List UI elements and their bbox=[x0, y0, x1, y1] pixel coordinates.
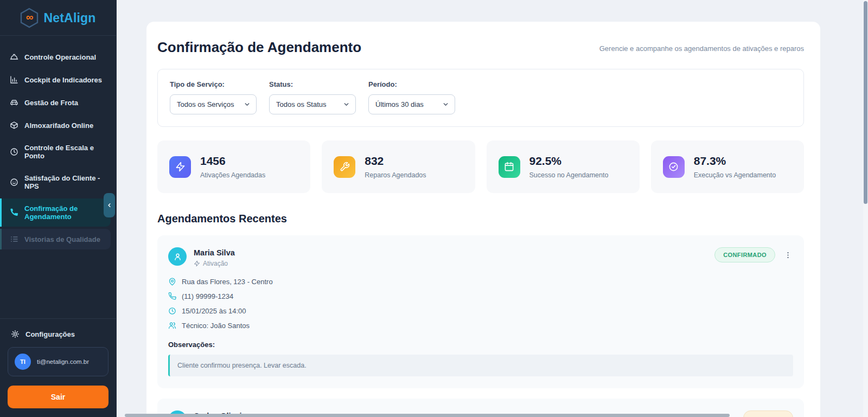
logo-text: NetAlign bbox=[43, 11, 95, 25]
bar-chart-icon bbox=[10, 75, 18, 84]
phone-row: (11) 99999-1234 bbox=[168, 292, 793, 300]
chevron-down-icon bbox=[343, 101, 350, 108]
appointment-actions bbox=[743, 410, 793, 417]
users-icon bbox=[168, 322, 176, 330]
address-text: Rua das Flores, 123 - Centro bbox=[182, 278, 273, 286]
sidebar-item-label: Gestão de Frota bbox=[24, 99, 78, 107]
wrench-icon bbox=[334, 156, 355, 178]
filter-label: Tipo de Serviço: bbox=[170, 80, 257, 88]
stat-card-reparos: 832 Reparos Agendados bbox=[322, 140, 475, 193]
page-header: Confirmação de Agendamento Gerencie e ac… bbox=[157, 39, 804, 56]
appointment-actions: CONFIRMADO bbox=[714, 247, 793, 262]
sidebar-item-label: Controle Operacional bbox=[24, 53, 96, 61]
status-select[interactable]: Todos os Status bbox=[269, 94, 356, 114]
package-icon bbox=[10, 121, 18, 130]
stat-value: 1456 bbox=[200, 155, 265, 168]
service-type: Ativação bbox=[194, 260, 235, 267]
section-title: Agendamentos Recentes bbox=[157, 213, 804, 225]
calendar-icon bbox=[499, 156, 520, 178]
sidebar-item-label: Satisfação do Cliente - NPS bbox=[24, 174, 111, 190]
stat-label: Ativações Agendadas bbox=[200, 171, 265, 179]
check-circle-icon bbox=[663, 156, 685, 178]
chevron-down-icon bbox=[244, 101, 251, 108]
map-pin-icon bbox=[168, 278, 176, 286]
clock-icon bbox=[10, 147, 18, 156]
vertical-scrollbar-track[interactable] bbox=[863, 0, 868, 417]
stat-value: 832 bbox=[365, 155, 426, 168]
stat-value: 92.5% bbox=[529, 155, 609, 168]
technician-text: Técnico: João Santos bbox=[182, 322, 250, 330]
sidebar-item-vistorias-qualidade[interactable]: Vistorias de Qualidade bbox=[0, 229, 111, 249]
stat-label: Sucesso no Agendamento bbox=[529, 171, 609, 179]
service-type-select[interactable]: Todos os Serviços bbox=[170, 94, 257, 114]
sidebar-item-gestao-frota[interactable]: Gestão de Frota bbox=[0, 92, 116, 113]
period-select[interactable]: Últimos 30 dias bbox=[368, 94, 455, 114]
stat-label: Execução vs Agendamento bbox=[694, 171, 776, 179]
filter-service-type: Tipo de Serviço: Todos os Serviços bbox=[170, 80, 257, 114]
content-panel: Confirmação de Agendamento Gerencie e ac… bbox=[146, 22, 820, 417]
sidebar-item-cockpit-indicadores[interactable]: Cockpit de Indicadores bbox=[0, 69, 116, 90]
settings-button[interactable]: Configurações bbox=[8, 328, 108, 347]
address-row: Rua das Flores, 123 - Centro bbox=[168, 278, 793, 286]
filter-status: Status: Todos os Status bbox=[269, 80, 356, 114]
select-value: Todos os Serviços bbox=[177, 100, 234, 108]
sidebar-item-confirmacao-agendamento[interactable]: Confirmação de Agendamento bbox=[0, 198, 111, 227]
filter-period: Período: Últimos 30 dias bbox=[368, 80, 455, 114]
stat-card-execucao: 87.3% Execução vs Agendamento bbox=[651, 140, 804, 193]
logo-infinity-icon: ∞ bbox=[20, 8, 39, 28]
user-avatar: TI bbox=[15, 354, 31, 370]
chevron-left-icon bbox=[106, 202, 112, 208]
sidebar-nav: Controle Operacional Cockpit de Indicado… bbox=[0, 36, 116, 318]
user-card[interactable]: TI ti@netalign.com.br bbox=[8, 347, 108, 376]
sidebar-item-almoxarifado[interactable]: Almoxarifado Online bbox=[0, 115, 116, 136]
sidebar-footer: Configurações TI ti@netalign.com.br Sair bbox=[0, 318, 116, 417]
settings-label: Configurações bbox=[25, 330, 75, 338]
stat-card-ativacoes: 1456 Ativações Agendadas bbox=[157, 140, 310, 193]
notes-label: Observações: bbox=[168, 341, 793, 349]
dots-vertical-icon bbox=[784, 251, 792, 259]
customer-name: Maria Silva bbox=[194, 247, 235, 257]
filter-label: Período: bbox=[368, 80, 455, 88]
status-badge: CONFIRMADO bbox=[714, 247, 775, 262]
checklist-icon bbox=[10, 235, 18, 243]
sidebar-item-label: Almoxarifado Online bbox=[24, 121, 93, 130]
sidebar-item-label: Cockpit de Indicadores bbox=[24, 76, 102, 84]
phone-icon bbox=[168, 292, 176, 300]
stats-row: 1456 Ativações Agendadas 832 Reparos Age… bbox=[157, 140, 804, 193]
sidebar-collapse-button[interactable] bbox=[104, 193, 115, 217]
page-title: Confirmação de Agendamento bbox=[157, 39, 361, 56]
chevron-down-icon bbox=[442, 101, 449, 108]
phone-text: (11) 99999-1234 bbox=[182, 292, 233, 300]
car-icon bbox=[10, 98, 18, 107]
smile-icon bbox=[10, 178, 18, 187]
zap-icon bbox=[169, 156, 191, 178]
sidebar-item-satisfacao-nps[interactable]: Satisfação do Cliente - NPS bbox=[0, 168, 116, 196]
avatar bbox=[168, 247, 187, 266]
sidebar-item-escala-ponto[interactable]: Controle de Escala e Ponto bbox=[0, 138, 116, 166]
stat-card-sucesso: 92.5% Sucesso no Agendamento bbox=[487, 140, 640, 193]
hard-hat-icon bbox=[10, 53, 18, 61]
sidebar: ∞ NetAlign Controle Operacional Cockpit … bbox=[0, 0, 117, 417]
vertical-scrollbar-thumb[interactable] bbox=[864, 1, 867, 204]
logo-hexagon-icon: ∞ bbox=[20, 8, 39, 28]
horizontal-scrollbar-thumb[interactable] bbox=[125, 414, 730, 417]
technician-row: Técnico: João Santos bbox=[168, 322, 793, 330]
sidebar-item-label: Vistorias de Qualidade bbox=[24, 235, 100, 243]
datetime-text: 15/01/2025 às 14:00 bbox=[182, 307, 246, 315]
sidebar-item-controle-operacional[interactable]: Controle Operacional bbox=[0, 47, 116, 67]
select-value: Últimos 30 dias bbox=[375, 100, 424, 108]
appointment-header: Maria Silva Ativação CONFIRMADO bbox=[168, 247, 793, 267]
filters-bar: Tipo de Serviço: Todos os Serviços Statu… bbox=[157, 69, 804, 127]
user-icon bbox=[173, 252, 182, 261]
logo: ∞ NetAlign bbox=[0, 0, 116, 36]
select-value: Todos os Status bbox=[276, 100, 327, 108]
kebab-menu-button[interactable] bbox=[783, 250, 793, 260]
filter-label: Status: bbox=[269, 80, 356, 88]
datetime-row: 15/01/2025 às 14:00 bbox=[168, 307, 793, 315]
stat-value: 87.3% bbox=[694, 155, 776, 168]
appointment-person: Maria Silva Ativação bbox=[168, 247, 235, 267]
note-box: Cliente confirmou presença. Levar escada… bbox=[168, 355, 793, 376]
logout-button[interactable]: Sair bbox=[8, 386, 108, 408]
sidebar-item-label: Controle de Escala e Ponto bbox=[24, 144, 111, 160]
status-badge bbox=[743, 410, 793, 417]
